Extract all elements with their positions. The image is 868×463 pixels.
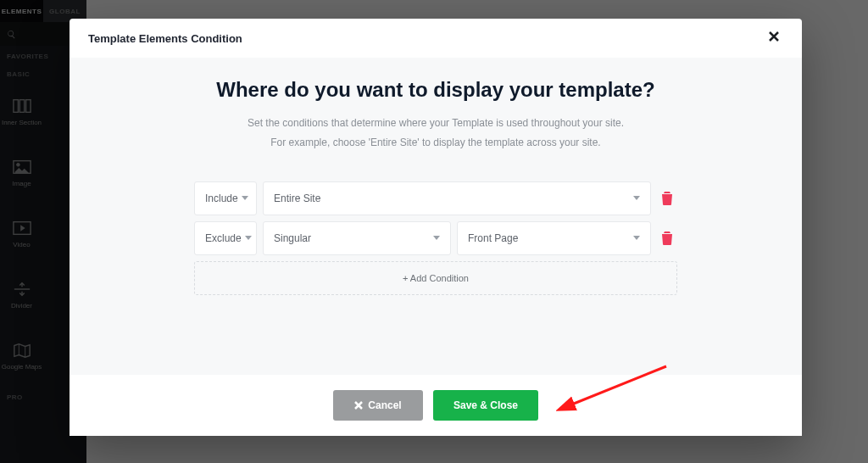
- close-icon: [768, 31, 780, 42]
- modal-footer: Cancel Save & Close: [70, 375, 802, 436]
- modal-title: Template Elements Condition: [88, 32, 242, 45]
- caret-down-icon: [242, 196, 248, 200]
- add-condition-button[interactable]: + Add Condition: [194, 261, 677, 295]
- caret-down-icon: [633, 196, 640, 200]
- modal-header: Template Elements Condition: [70, 19, 802, 58]
- condition-mode-select[interactable]: Include: [194, 181, 257, 215]
- save-and-close-button[interactable]: Save & Close: [433, 390, 538, 421]
- hero-sub-line2: For example, choose 'Entire Site' to dis…: [248, 133, 624, 153]
- condition-mode-value: Exclude: [205, 232, 242, 244]
- condition-mode-select[interactable]: Exclude: [194, 221, 257, 255]
- cancel-label: Cancel: [368, 399, 401, 411]
- trash-icon: [661, 232, 673, 245]
- hero-subtitle: Set the conditions that determine where …: [248, 114, 624, 153]
- condition-scope-select[interactable]: Entire Site: [263, 181, 651, 215]
- cancel-button[interactable]: Cancel: [333, 390, 423, 421]
- caret-down-icon: [433, 236, 440, 240]
- trash-icon: [661, 192, 673, 205]
- close-button[interactable]: [768, 31, 783, 46]
- condition-scope-value: Entire Site: [274, 192, 320, 204]
- caret-down-icon: [633, 236, 640, 240]
- condition-target-value: Front Page: [468, 232, 518, 244]
- add-condition-label: + Add Condition: [403, 273, 469, 283]
- hero-sub-line1: Set the conditions that determine where …: [248, 114, 624, 133]
- condition-mode-value: Include: [205, 192, 238, 204]
- condition-scope-select[interactable]: Singular: [263, 221, 451, 255]
- condition-scope-value: Singular: [274, 232, 311, 244]
- caret-down-icon: [245, 236, 252, 240]
- template-conditions-modal: Template Elements Condition Where do you…: [70, 19, 802, 436]
- condition-target-select[interactable]: Front Page: [457, 221, 651, 255]
- close-icon: [354, 401, 363, 410]
- condition-row: Exclude Singular Front Page: [194, 221, 677, 255]
- conditions-panel: Include Entire Site Exclude Singular: [194, 181, 677, 295]
- delete-condition-button[interactable]: [657, 221, 677, 255]
- save-label: Save & Close: [453, 399, 518, 411]
- delete-condition-button[interactable]: [657, 181, 677, 215]
- modal-body: Where do you want to display your templa…: [70, 58, 802, 375]
- condition-row: Include Entire Site: [194, 181, 677, 215]
- hero-title: Where do you want to display your templa…: [216, 78, 654, 102]
